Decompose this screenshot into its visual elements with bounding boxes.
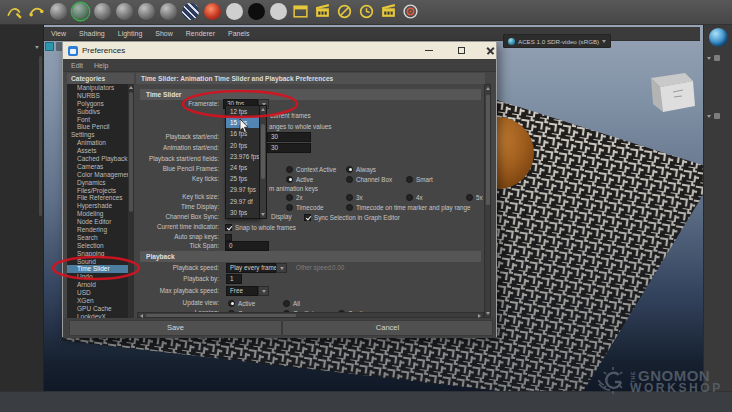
disable-icon[interactable] (336, 3, 353, 20)
target-icon[interactable] (402, 3, 419, 20)
minimize-button[interactable] (423, 45, 435, 56)
radio-2x[interactable]: 2x (286, 192, 303, 202)
category-item-rendering[interactable]: Rendering (67, 226, 128, 234)
material-sphere-active-icon[interactable] (72, 3, 89, 20)
framerate-list-scrollbar[interactable] (259, 105, 267, 219)
fps-option-12-fps[interactable]: 12 fps (226, 106, 259, 117)
category-item-subdivs[interactable]: Subdivs (67, 108, 128, 116)
radio-3x[interactable]: 3x (346, 192, 363, 202)
radio-context-active[interactable]: Context Active (286, 164, 336, 174)
playback-speed-arrow[interactable] (276, 263, 287, 273)
material-sphere-icon[interactable] (116, 3, 133, 20)
maximize-button[interactable] (455, 45, 467, 56)
window-titlebar[interactable]: Preferences (63, 42, 496, 59)
category-item-modeling[interactable]: Modeling (67, 210, 128, 218)
category-item-settings[interactable]: Settings (67, 131, 128, 139)
close-button[interactable] (484, 45, 496, 56)
panel-menu-show[interactable]: Show (155, 30, 173, 37)
fps-option-15-fps[interactable]: 15 fps (226, 117, 259, 128)
save-button[interactable]: Save (69, 320, 282, 336)
radio-4x[interactable]: 4x (406, 192, 423, 202)
panel-menu-view[interactable]: View (51, 30, 66, 37)
render-settings-icon[interactable] (292, 3, 309, 20)
select-by-type-icon[interactable] (45, 42, 54, 51)
category-item-file-references[interactable]: File References (67, 194, 128, 202)
panel-collapse-icon[interactable] (35, 46, 39, 49)
black-swatch-icon[interactable] (248, 3, 265, 20)
checkbox-snap-whole-frames[interactable]: Snap to whole frames (225, 222, 296, 232)
timer-icon[interactable] (358, 3, 375, 20)
radio-channel-box[interactable]: Channel Box (346, 174, 392, 184)
red-sphere-icon[interactable] (204, 3, 221, 20)
category-item-blue-pencil[interactable]: Blue Pencil (67, 123, 128, 131)
panel-menu-panels[interactable]: Panels (228, 30, 249, 37)
white-swatch-icon[interactable] (226, 3, 243, 20)
category-item-snapping[interactable]: Snapping (67, 250, 128, 258)
category-item-assets[interactable]: Assets (67, 147, 128, 155)
menu-help[interactable]: Help (94, 62, 108, 69)
curve-pencil-icon[interactable] (6, 3, 23, 20)
category-item-node-editor[interactable]: Node Editor (67, 218, 128, 226)
menu-edit[interactable]: Edit (71, 62, 83, 69)
striped-sphere-icon[interactable] (182, 3, 199, 20)
radio-smart[interactable]: Smart (406, 174, 433, 184)
max-playback-speed-dropdown[interactable]: Free (226, 286, 258, 296)
panel-menu-lighting[interactable]: Lighting (118, 30, 143, 37)
material-sphere-icon[interactable] (94, 3, 111, 20)
radio-timecode-marker[interactable]: Timecode on time marker and play range (346, 202, 471, 212)
material-sphere-icon[interactable] (160, 3, 177, 20)
fps-option-23.976-fps[interactable]: 23.976 fps (226, 151, 259, 162)
categories-scrollbar[interactable] (128, 84, 134, 331)
material-sphere-icon[interactable] (50, 3, 67, 20)
left-scrollbar[interactable] (39, 56, 42, 216)
category-item-sound[interactable]: Sound (67, 258, 128, 266)
vertical-scrollbar[interactable] (484, 84, 491, 318)
category-item-cached-playback[interactable]: Cached Playback (67, 155, 128, 163)
sidebar-section-toggle[interactable] (707, 55, 720, 61)
playback-by-field[interactable]: 1 (226, 274, 242, 284)
colorspace-indicator[interactable]: ACES 1.0 SDR-video (sRGB) (503, 34, 611, 48)
category-item-selection[interactable]: Selection (67, 242, 128, 250)
radio-update-active[interactable]: Active (228, 298, 255, 308)
radio-always[interactable]: Always (346, 164, 376, 174)
fps-option-30-fps[interactable]: 30 fps (226, 207, 259, 218)
fps-option-29.97-df[interactable]: 29.97 df (226, 196, 259, 207)
category-item-color-management[interactable]: Color Management (67, 171, 128, 179)
ep-curve-icon[interactable] (28, 3, 45, 20)
radio-5x[interactable]: 5x (466, 192, 483, 202)
material-preview-icon[interactable] (709, 28, 728, 47)
frame-slate-icon[interactable] (380, 3, 397, 20)
category-item-cameras[interactable]: Cameras (67, 163, 128, 171)
category-item-usd[interactable]: USD (67, 289, 128, 297)
playback-end-field[interactable]: 30 (267, 132, 311, 142)
fps-option-29.97-fps[interactable]: 29.97 fps (226, 184, 259, 195)
fps-option-24-fps[interactable]: 24 fps (226, 162, 259, 173)
gray-swatch-icon[interactable] (270, 3, 287, 20)
category-item-time-slider[interactable]: Time Slider (67, 265, 128, 273)
category-item-manipulators[interactable]: Manipulators (67, 84, 128, 92)
panel-menu-shading[interactable]: Shading (79, 30, 105, 37)
category-item-dynamics[interactable]: Dynamics (67, 179, 128, 187)
animation-end-field[interactable]: 30 (267, 143, 311, 153)
sidebar-section-toggle[interactable] (707, 113, 720, 119)
material-sphere-icon[interactable] (138, 3, 155, 20)
category-item-polygons[interactable]: Polygons (67, 100, 128, 108)
category-item-xgen[interactable]: XGen (67, 297, 128, 305)
radio-timecode[interactable]: Timecode (286, 202, 323, 212)
radio-update-all[interactable]: All (283, 298, 300, 308)
panel-menu-renderer[interactable]: Renderer (186, 30, 215, 37)
fps-option-20-fps[interactable]: 20 fps (226, 140, 259, 151)
cube-object[interactable] (643, 68, 699, 120)
checkbox-sync-selection-graph-editor[interactable]: Sync Selection in Graph Editor (304, 212, 400, 222)
cancel-button[interactable]: Cancel (282, 320, 493, 336)
playback-speed-dropdown[interactable]: Play every frame (226, 263, 276, 273)
category-item-hypershade[interactable]: Hypershade (67, 202, 128, 210)
category-item-search[interactable]: Search (67, 234, 128, 242)
radio-active[interactable]: Active (286, 174, 313, 184)
category-item-nurbs[interactable]: NURBS (67, 92, 128, 100)
fps-option-25-fps[interactable]: 25 fps (226, 173, 259, 184)
category-item-animation[interactable]: Animation (67, 139, 128, 147)
tick-span-field[interactable]: 0 (225, 241, 269, 251)
fps-option-16-fps[interactable]: 16 fps (226, 128, 259, 139)
frame-slate-icon[interactable] (314, 3, 331, 20)
